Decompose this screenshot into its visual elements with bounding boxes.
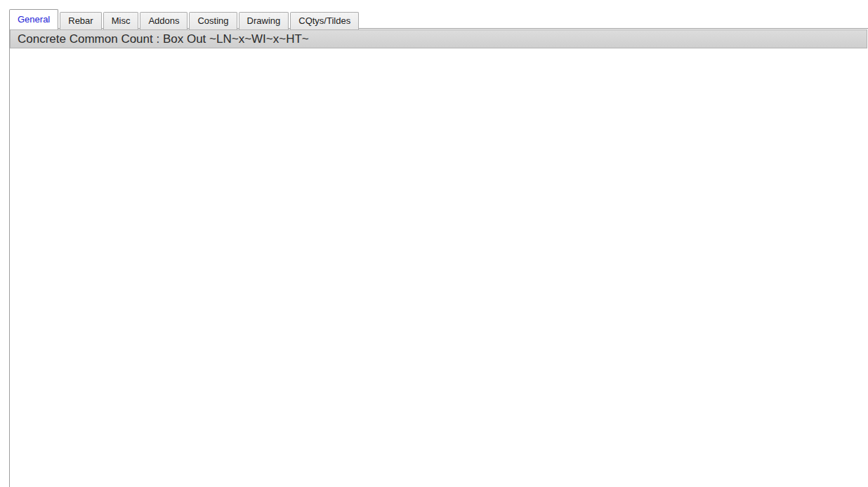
tab-cqtys-tildes[interactable]: CQtys/Tildes <box>290 12 359 29</box>
page-title: Concrete Common Count : Box Out ~LN~x~WI… <box>10 29 867 48</box>
general-tab-page <box>9 28 868 487</box>
concrete-common-count-window: General Rebar Misc Addons Costing Drawin… <box>0 0 868 487</box>
tab-drawing[interactable]: Drawing <box>239 12 289 29</box>
tab-rebar[interactable]: Rebar <box>60 12 101 29</box>
tab-misc[interactable]: Misc <box>103 12 139 29</box>
tab-addons[interactable]: Addons <box>140 12 188 29</box>
tab-bar: General Rebar Misc Addons Costing Drawin… <box>9 9 360 29</box>
tab-general[interactable]: General <box>9 9 58 29</box>
tab-costing[interactable]: Costing <box>189 12 237 29</box>
